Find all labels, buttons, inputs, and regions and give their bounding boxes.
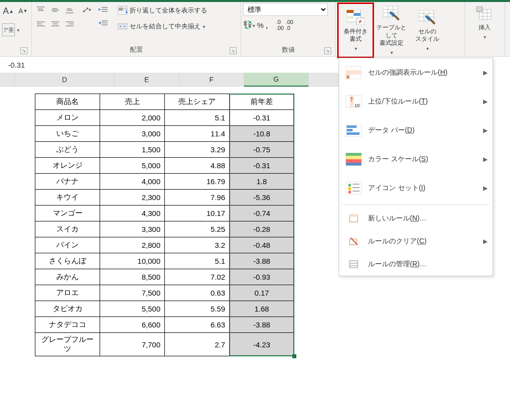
table-cell[interactable]: ナタデココ	[35, 317, 100, 333]
table-cell[interactable]: 1.68	[230, 301, 294, 317]
table-cell[interactable]: 5,500	[100, 301, 165, 317]
table-cell[interactable]: 7.96	[165, 190, 230, 206]
wrap-text-button[interactable]: ab 折り返して全体を表示する	[116, 3, 209, 18]
table-cell[interactable]: グレープフルーツ	[35, 333, 100, 356]
table-cell[interactable]: 7,700	[100, 333, 165, 356]
table-cell[interactable]: アロエ	[35, 285, 100, 301]
table-cell[interactable]: 1.8	[230, 174, 294, 190]
table-cell[interactable]: 3.29	[165, 142, 230, 158]
percent-format-button[interactable]: %	[257, 21, 263, 29]
table-row[interactable]: ナタデココ6,6006.63-3.88	[35, 317, 294, 333]
menu-item[interactable]: ルールの管理(R)…	[339, 253, 493, 276]
table-cell[interactable]: 5.1	[165, 253, 230, 269]
table-cell[interactable]: 6,600	[100, 317, 165, 333]
table-cell[interactable]: 4,300	[100, 206, 165, 221]
increase-decimal-button[interactable]: .0.00	[276, 19, 283, 31]
menu-item[interactable]: カラー スケール(S)▶	[339, 145, 493, 174]
dialog-launcher-icon[interactable]: ↘	[230, 47, 237, 54]
table-cell[interactable]: 2,000	[100, 110, 165, 126]
table-cell[interactable]: いちご	[35, 126, 100, 142]
decrease-decimal-button[interactable]: .00.0	[286, 19, 293, 31]
table-row[interactable]: オレンジ5,0004.88-0.31	[35, 158, 294, 174]
menu-item[interactable]: ルールのクリア(C)▶	[339, 230, 493, 253]
table-cell[interactable]: 0.63	[165, 285, 230, 301]
menu-item[interactable]: ≤セルの強調表示ルール(H)▶	[339, 58, 493, 87]
table-cell[interactable]: -0.28	[230, 221, 294, 237]
merge-center-button[interactable]: セルを結合して中央揃え ▾	[116, 19, 209, 34]
table-row[interactable]: ぶどう1,5003.29-0.75	[35, 142, 294, 158]
table-cell[interactable]: -0.31	[230, 110, 294, 126]
table-row[interactable]: グレープフルーツ7,7002.7-4.23	[35, 333, 294, 356]
phonetic-guide-button[interactable]: ア亜	[2, 23, 15, 36]
table-row[interactable]: さくらんぼ10,0005.1-3.88	[35, 253, 294, 269]
table-cell[interactable]: 5,000	[100, 158, 165, 174]
increase-font-icon[interactable]: A▲	[2, 4, 15, 17]
table-cell[interactable]: 4,000	[100, 174, 165, 190]
table-cell[interactable]: 8,500	[100, 269, 165, 285]
table-row[interactable]: キウイ2,3007.96-5.36	[35, 190, 294, 206]
table-cell[interactable]: 5.25	[165, 221, 230, 237]
table-header[interactable]: 商品名	[35, 94, 100, 110]
table-cell[interactable]: キウイ	[35, 190, 100, 206]
table-row[interactable]: アロエ7,5000.630.17	[35, 285, 294, 301]
table-row[interactable]: スイカ3,3005.25-0.28	[35, 221, 294, 237]
table-row[interactable]: タピオカ5,5005.591.68	[35, 301, 294, 317]
table-row[interactable]: バナナ4,00016.791.8	[35, 174, 294, 190]
table-cell[interactable]: -4.23	[230, 333, 294, 356]
table-cell[interactable]: 3,000	[100, 126, 165, 142]
align-right-button[interactable]	[63, 17, 77, 31]
format-as-table-button[interactable]: テーブルとして 書式設定▾	[374, 3, 409, 58]
table-header[interactable]: 前年差	[230, 94, 294, 110]
table-cell[interactable]: -0.93	[230, 269, 294, 285]
table-cell[interactable]: 0.17	[230, 285, 294, 301]
table-cell[interactable]: 3,300	[100, 221, 165, 237]
table-header[interactable]: 売上	[100, 94, 165, 110]
menu-item[interactable]: 新しいルール(N)…	[339, 207, 493, 230]
align-left-button[interactable]	[34, 17, 48, 31]
table-cell[interactable]: 10.17	[165, 206, 230, 221]
column-header[interactable]	[0, 73, 15, 87]
column-header[interactable]: D	[15, 73, 115, 87]
menu-item[interactable]: データ バー(D)▶	[339, 116, 493, 145]
table-cell[interactable]: 4.88	[165, 158, 230, 174]
orientation-button[interactable]: ⤢▾	[80, 3, 93, 16]
dialog-launcher-icon[interactable]: ↘	[324, 47, 331, 54]
table-row[interactable]: マンゴー4,30010.17-0.74	[35, 206, 294, 221]
table-row[interactable]: みかん8,5007.02-0.93	[35, 269, 294, 285]
decrease-indent-button[interactable]	[97, 3, 110, 16]
table-cell[interactable]: 3.2	[165, 237, 230, 253]
menu-item[interactable]: アイコン セット(I)▶	[339, 174, 493, 203]
table-cell[interactable]: -0.31	[230, 158, 294, 174]
table-cell[interactable]: 16.79	[165, 174, 230, 190]
table-cell[interactable]: -0.74	[230, 206, 294, 221]
table-row[interactable]: パイン2,8003.2-0.48	[35, 237, 294, 253]
chevron-down-icon[interactable]: ▾	[17, 27, 19, 33]
table-cell[interactable]: ぶどう	[35, 142, 100, 158]
table-cell[interactable]: 7,500	[100, 285, 165, 301]
align-bottom-button[interactable]	[63, 3, 77, 17]
align-middle-button[interactable]	[48, 3, 62, 17]
table-cell[interactable]: -5.36	[230, 190, 294, 206]
decrease-font-icon[interactable]: A▼	[17, 4, 30, 17]
table-cell[interactable]: 10,000	[100, 253, 165, 269]
table-cell[interactable]: 6.63	[165, 317, 230, 333]
column-header[interactable]: G	[244, 73, 309, 87]
table-cell[interactable]: スイカ	[35, 221, 100, 237]
table-cell[interactable]: 7.02	[165, 269, 230, 285]
table-cell[interactable]: みかん	[35, 269, 100, 285]
table-cell[interactable]: さくらんぼ	[35, 253, 100, 269]
data-table[interactable]: 商品名売上売上シェア前年差メロン2,0005.1-0.31いちご3,00011.…	[35, 94, 294, 356]
table-cell[interactable]: 2,300	[100, 190, 165, 206]
align-top-button[interactable]	[34, 3, 48, 17]
cell-styles-button[interactable]: セルの スタイル▾	[409, 3, 445, 58]
number-format-select[interactable]: 標準	[243, 3, 328, 16]
table-cell[interactable]: 5.1	[165, 110, 230, 126]
table-cell[interactable]: -3.88	[230, 317, 294, 333]
table-cell[interactable]: -10.8	[230, 126, 294, 142]
dialog-launcher-icon[interactable]: ↘	[20, 47, 27, 54]
table-row[interactable]: いちご3,00011.4-10.8	[35, 126, 294, 142]
column-header[interactable]: F	[179, 73, 244, 87]
table-cell[interactable]: パイン	[35, 237, 100, 253]
increase-indent-button[interactable]	[97, 16, 110, 29]
table-cell[interactable]: 2,800	[100, 237, 165, 253]
